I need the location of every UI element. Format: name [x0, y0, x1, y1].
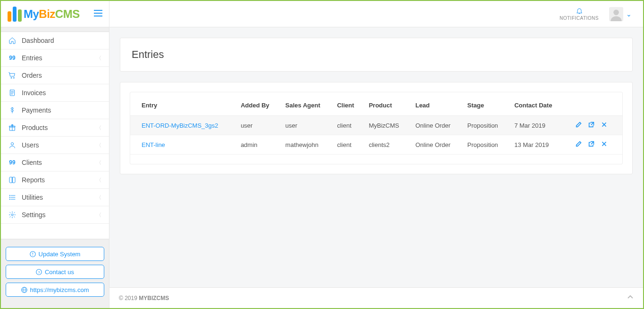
column-header[interactable]: Stage — [462, 95, 509, 116]
open-icon[interactable] — [588, 122, 594, 129]
logo-icon — [8, 7, 22, 22]
chevron-right-icon: 〈 — [96, 194, 101, 201]
99-icon: 99 — [7, 55, 18, 61]
svg-point-20 — [11, 214, 13, 216]
99-icon: 99 — [7, 159, 18, 166]
sidebar-item-clients[interactable]: 99 Clients 〈 — [1, 154, 109, 171]
main-content: Entries EntryAdded BySales AgentClientPr… — [109, 27, 643, 308]
sidebar-item-reports[interactable]: Reports 〈 — [1, 171, 109, 189]
sidebar-item-label: Payments — [22, 106, 101, 114]
table-row: ENT-ORD-MyBizCMS_3gs2 user user client M… — [130, 116, 622, 135]
column-header[interactable]: Added By — [235, 95, 280, 116]
sidebar-item-settings[interactable]: Settings 〈 — [1, 206, 109, 224]
cell-product: MyBizCMS — [363, 116, 410, 135]
sidebar-item-label: Products — [22, 124, 96, 131]
topbar-right: NOTIFICATIONS ⌄ — [560, 1, 643, 27]
chevron-right-icon: 〈 — [96, 177, 101, 184]
cell-client: client — [331, 135, 363, 154]
svg-point-18 — [9, 197, 10, 197]
cell-contact-date: 7 Mar 2019 — [509, 116, 564, 135]
sidebar-item-users[interactable]: Users 〈 — [1, 137, 109, 154]
cell-added-by: admin — [235, 135, 280, 154]
delete-icon[interactable] — [601, 141, 607, 148]
gift-icon — [7, 124, 18, 131]
cell-sales-agent: user — [280, 116, 332, 135]
svg-point-5 — [13, 77, 14, 78]
chevron-right-icon: 〈 — [96, 124, 101, 131]
column-header[interactable]: Sales Agent — [280, 95, 332, 116]
sidebar-footer: Update System ? Contact us https://mybiz… — [1, 239, 109, 308]
column-header[interactable]: Client — [331, 95, 363, 116]
sidebar-item-payments[interactable]: Payments — [1, 102, 109, 119]
entry-link[interactable]: ENT-ORD-MyBizCMS_3gs2 — [142, 122, 218, 129]
edit-icon[interactable] — [576, 141, 582, 148]
home-icon — [7, 37, 18, 44]
update-system-button[interactable]: Update System — [6, 247, 104, 261]
svg-point-4 — [11, 77, 12, 78]
chevron-right-icon: 〈 — [96, 55, 101, 62]
sidebar-item-label: Users — [22, 141, 96, 149]
cell-added-by: user — [235, 116, 280, 135]
avatar — [609, 7, 623, 21]
entries-table: EntryAdded BySales AgentClientProductLea… — [130, 95, 622, 154]
logo-text: MyBizCMS — [24, 8, 80, 21]
topbar: MyBizCMS NOTIFICATIONS ⌄ — [1, 1, 643, 27]
invoice-icon — [7, 89, 18, 97]
cell-stage: Proposition — [462, 116, 509, 135]
svg-point-23 — [32, 255, 33, 255]
sidebar-item-label: Entries — [22, 54, 96, 62]
chevron-right-icon: 〈 — [96, 159, 101, 166]
contact-us-button[interactable]: ? Contact us — [6, 265, 104, 279]
chevron-right-icon: 〈 — [96, 142, 101, 149]
sidebar-item-dashboard[interactable]: Dashboard — [1, 32, 109, 49]
user-icon — [7, 141, 18, 149]
sidebar-nav: Dashboard 99 Entries 〈 Orders Invoices P… — [1, 32, 109, 224]
menu-toggle-icon[interactable] — [94, 10, 102, 18]
user-menu[interactable]: ⌄ — [609, 7, 632, 21]
scroll-top-button[interactable] — [627, 294, 634, 302]
svg-text:?: ? — [38, 270, 40, 274]
delete-icon[interactable] — [601, 122, 607, 129]
column-header[interactable]: Lead — [410, 95, 461, 116]
bell-icon — [576, 7, 583, 15]
book-icon — [7, 176, 18, 184]
footer: © 2019 MYBIZCMS — [109, 287, 643, 308]
dollar-icon — [7, 106, 18, 114]
cell-lead: Online Order — [410, 116, 461, 135]
sidebar-item-products[interactable]: Products 〈 — [1, 119, 109, 137]
entries-panel: EntryAdded BySales AgentClientProductLea… — [120, 82, 633, 174]
sidebar-item-invoices[interactable]: Invoices — [1, 84, 109, 102]
cell-contact-date: 13 Mar 2019 — [509, 135, 564, 154]
footer-copyright: © 2019 MYBIZCMS — [119, 295, 169, 301]
entry-link[interactable]: ENT-line — [142, 141, 165, 148]
website-link-button[interactable]: https://mybizcms.com — [6, 283, 104, 297]
sidebar-item-utilities[interactable]: Utilities 〈 — [1, 189, 109, 206]
sidebar-item-label: Clients — [22, 159, 96, 166]
sidebar-item-label: Reports — [22, 176, 96, 184]
svg-point-19 — [9, 199, 10, 199]
list-icon — [7, 194, 18, 201]
sidebar: Dashboard 99 Entries 〈 Orders Invoices P… — [1, 27, 109, 308]
cell-stage: Proposition — [462, 135, 509, 154]
edit-icon[interactable] — [576, 122, 582, 129]
gear-icon — [7, 211, 18, 219]
notifications-label: NOTIFICATIONS — [560, 16, 599, 21]
cart-icon — [7, 72, 18, 79]
svg-point-13 — [11, 143, 13, 145]
column-header[interactable]: Entry — [130, 95, 235, 116]
page-header-card: Entries — [120, 38, 633, 72]
sidebar-item-label: Settings — [22, 211, 96, 219]
svg-point-17 — [9, 195, 10, 195]
sidebar-item-entries[interactable]: 99 Entries 〈 — [1, 49, 109, 67]
sidebar-item-label: Dashboard — [22, 37, 101, 44]
sidebar-item-orders[interactable]: Orders — [1, 67, 109, 84]
sidebar-item-label: Orders — [22, 72, 101, 79]
cell-sales-agent: mathewjohn — [280, 135, 332, 154]
cell-product: clients2 — [363, 135, 410, 154]
open-icon[interactable] — [588, 141, 594, 148]
cell-lead: Online Order — [410, 135, 461, 154]
column-header[interactable]: Contact Date — [509, 95, 564, 116]
column-actions — [564, 95, 622, 116]
notifications-button[interactable]: NOTIFICATIONS — [560, 7, 599, 21]
column-header[interactable]: Product — [363, 95, 410, 116]
